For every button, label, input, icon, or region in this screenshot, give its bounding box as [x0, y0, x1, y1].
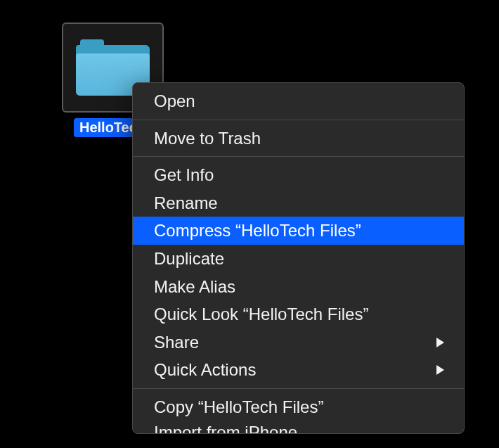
context-menu: Open Move to Trash Get Info Rename Compr… [132, 82, 465, 434]
submenu-arrow-icon [436, 338, 444, 347]
menu-item-open[interactable]: Open [133, 87, 464, 115]
menu-item-import-from-iphone[interactable]: Import from iPhone [133, 421, 464, 433]
menu-item-rename[interactable]: Rename [133, 189, 464, 217]
menu-label: Import from iPhone [154, 423, 297, 433]
menu-label: Make Alias [154, 275, 235, 299]
menu-item-make-alias[interactable]: Make Alias [133, 273, 464, 301]
menu-separator [133, 388, 464, 389]
menu-label: Get Info [154, 163, 214, 187]
menu-item-move-to-trash[interactable]: Move to Trash [133, 124, 464, 153]
menu-item-copy[interactable]: Copy “HelloTech Files” [133, 393, 464, 421]
menu-label: Quick Look “HelloTech Files” [154, 302, 368, 326]
menu-label: Copy “HelloTech Files” [154, 395, 323, 419]
menu-label: Open [154, 89, 195, 113]
menu-label: Compress “HelloTech Files” [154, 219, 361, 243]
menu-item-duplicate[interactable]: Duplicate [133, 245, 464, 273]
menu-label: Move to Trash [154, 127, 261, 151]
menu-item-share[interactable]: Share [133, 328, 464, 357]
menu-item-compress[interactable]: Compress “HelloTech Files” [133, 217, 464, 245]
menu-label: Quick Actions [154, 358, 256, 382]
menu-label: Duplicate [154, 247, 224, 271]
submenu-arrow-icon [436, 365, 444, 375]
menu-label: Rename [154, 191, 218, 215]
menu-label: Share [154, 331, 199, 354]
menu-separator [133, 120, 464, 120]
menu-item-quick-actions[interactable]: Quick Actions [133, 356, 464, 384]
menu-item-get-info[interactable]: Get Info [133, 161, 464, 189]
menu-item-quick-look[interactable]: Quick Look “HelloTech Files” [133, 300, 464, 328]
menu-separator [133, 156, 464, 157]
